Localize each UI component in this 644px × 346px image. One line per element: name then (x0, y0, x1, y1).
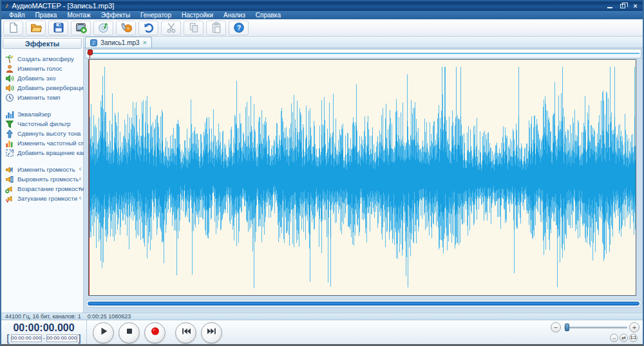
sidebar-item-channel-rotation[interactable]: Добавить вращение каналов (5, 148, 82, 158)
tab-close-icon[interactable]: × (143, 39, 147, 46)
overview-strip[interactable] (85, 49, 641, 59)
svg-text:♪: ♪ (92, 40, 95, 46)
menu-edit[interactable]: Правка (31, 12, 62, 19)
sidebar-item-fade-out[interactable]: Затухание громкости ‹ (5, 194, 82, 203)
sidebar-item-label: Добавить реверберацию (17, 84, 88, 91)
music-note-icon: ♪ (90, 39, 97, 46)
sidebar-item-label: Добавить эхо (17, 75, 55, 82)
sidebar-header-effects[interactable]: Эффекты (3, 38, 82, 49)
scrollbar-thumb[interactable] (88, 302, 639, 305)
sidebar-item-fade-in[interactable]: Возрастание громкости ‹ (5, 184, 82, 194)
menu-generator[interactable]: Генератор (136, 12, 176, 19)
fit-width-button[interactable]: ↔ (610, 334, 618, 342)
horizontal-scrollbar[interactable] (86, 300, 641, 307)
cd-music-icon (98, 22, 109, 33)
waveform-canvas[interactable] (89, 60, 636, 295)
help-icon: ? (233, 22, 245, 33)
window-controls: × (606, 3, 639, 9)
chevron-left-icon[interactable]: ‹ (79, 176, 81, 182)
svg-text:?: ? (236, 24, 241, 32)
zoom-slider-track[interactable] (564, 327, 627, 329)
skip-end-icon (207, 326, 217, 339)
range-separator: - (43, 335, 45, 341)
play-icon (99, 326, 109, 339)
selection-end-field[interactable] (46, 334, 77, 342)
title-bar: ♪ АудиоМАСТЕР - [Запись1.mp3] × (1, 0, 643, 11)
new-file-button[interactable] (3, 21, 23, 35)
pitch-up-arrow-icon (5, 129, 14, 138)
toolbar: ? (1, 19, 643, 37)
menu-help[interactable]: Справка (251, 12, 285, 19)
help-button[interactable]: ? (229, 21, 249, 35)
channel-rotate-icon (5, 149, 14, 158)
open-file-button[interactable] (26, 21, 46, 35)
one-to-one-button[interactable]: 1:1 (629, 334, 638, 342)
record-transport-button[interactable] (144, 322, 166, 343)
spacer (84, 309, 643, 313)
bracket-open: [ (6, 334, 9, 342)
zoom-controls: − + ↔ ⇄ 1:1 (545, 320, 641, 345)
playhead-line[interactable] (89, 60, 90, 295)
chevron-left-icon[interactable]: ‹ (79, 166, 81, 172)
menu-file[interactable]: Файл (5, 12, 30, 19)
sidebar-item-label: Выровнять громкость (17, 176, 79, 183)
menu-settings[interactable]: Настройки (177, 12, 218, 19)
editor-area: ♪ Запись1.mp3 × (84, 37, 643, 313)
reverb-speaker-icon (5, 84, 14, 93)
sidebar-item-create-atmosphere[interactable]: Создать атмосферу (5, 54, 82, 64)
sidebar-item-normalize-volume[interactable]: Выровнять громкость ‹ (5, 174, 82, 184)
close-icon: × (633, 3, 637, 9)
bracket-close: ] (79, 334, 81, 342)
zoom-in-button[interactable]: + (629, 322, 639, 332)
sidebar-item-equalizer[interactable]: Эквалайзер (5, 109, 82, 119)
chevron-left-icon[interactable]: ‹ (79, 195, 81, 201)
skip-to-end-button[interactable] (201, 322, 222, 343)
record-mic-icon (120, 22, 132, 33)
sidebar-item-label: Изменить темп (17, 94, 61, 101)
stop-button[interactable] (118, 322, 140, 343)
save-file-button[interactable] (48, 21, 68, 35)
fit-vertical-button[interactable]: ⇄ (620, 334, 628, 342)
skip-to-start-button[interactable] (175, 322, 196, 343)
sidebar-item-change-tempo[interactable]: Изменить темп (5, 93, 82, 102)
scissors-icon (166, 22, 177, 33)
sidebar-item-label: Возрастание громкости (17, 185, 84, 192)
tab-zapis1-mp3[interactable]: ♪ Запись1.mp3 × (85, 37, 152, 48)
menu-analysis[interactable]: Анализ (219, 12, 250, 19)
sidebar-item-change-volume[interactable]: Изменить громкость ‹ (5, 165, 82, 174)
undo-button[interactable] (138, 21, 158, 35)
chevron-left-icon[interactable]: ‹ (79, 185, 81, 192)
menu-effects[interactable]: Эффекты (97, 12, 135, 19)
window-title: АудиоМАСТЕР - [Запись1.mp3] (12, 2, 115, 10)
selection-start-field[interactable] (11, 334, 42, 342)
extract-audio-button[interactable] (71, 21, 91, 35)
skip-start-icon (181, 326, 191, 339)
tab-bar: ♪ Запись1.mp3 × (84, 37, 643, 48)
sidebar-item-change-spectrum[interactable]: Изменить частотный спектр (5, 138, 82, 148)
audio-format-status: 44100 Гц, 16 бит, каналов: 1 0:00:25 108… (5, 313, 131, 320)
sidebar-item-add-reverb[interactable]: Добавить реверберацию (5, 83, 82, 93)
paste-button[interactable] (206, 21, 226, 35)
cut-button[interactable] (161, 21, 181, 35)
copy-button[interactable] (184, 21, 204, 35)
zoom-slider-handle[interactable] (565, 323, 569, 331)
sidebar-item-pitch-shift[interactable]: Сдвинуть высоту тона (5, 129, 82, 138)
sidebar-item-add-echo[interactable]: Добавить эхо (5, 73, 82, 83)
clock-icon (5, 93, 14, 102)
content-area: Эффекты Создать атмосферу Изменить голос… (1, 37, 643, 313)
record-button[interactable] (116, 21, 136, 35)
waveform-panel (88, 59, 636, 296)
menu-montage[interactable]: Монтаж (62, 12, 95, 19)
sidebar-item-change-voice[interactable]: Изменить голос (5, 64, 82, 73)
volume-speaker-icon (5, 165, 14, 174)
close-button[interactable]: × (632, 3, 639, 9)
minimize-button[interactable] (606, 3, 613, 9)
palm-tree-icon (5, 55, 14, 64)
equalizer-bars-icon (5, 110, 14, 119)
cd-grab-button[interactable] (93, 21, 113, 35)
playhead-pin[interactable] (88, 50, 93, 55)
play-button[interactable] (93, 322, 114, 343)
sidebar-item-frequency-filter[interactable]: Частотный фильтр (5, 119, 82, 129)
restore-button[interactable] (619, 3, 626, 9)
zoom-out-button[interactable]: − (551, 322, 561, 332)
